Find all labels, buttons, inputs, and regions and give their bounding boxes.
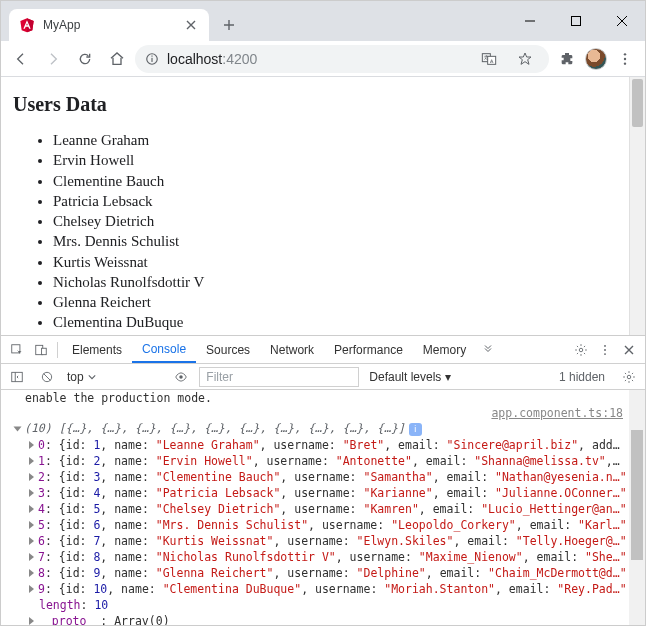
console-object-row[interactable]: 4: {id: 5, name: "Chelsey Dietrich", use… bbox=[1, 501, 645, 517]
list-item: Clementina DuBuque bbox=[53, 312, 633, 332]
console-object-row[interactable]: 2: {id: 3, name: "Clementine Bauch", use… bbox=[1, 469, 645, 485]
devtools-close-icon[interactable] bbox=[617, 338, 641, 362]
back-button[interactable] bbox=[7, 45, 35, 73]
list-item: Glenna Reichert bbox=[53, 292, 633, 312]
svg-point-21 bbox=[627, 375, 631, 379]
list-item: Kurtis Weissnat bbox=[53, 252, 633, 272]
list-item: Mrs. Dennis Schulist bbox=[53, 231, 633, 251]
page-viewport: Users Data Leanne GrahamErvin HowellClem… bbox=[1, 77, 645, 335]
console-array-summary[interactable]: (10) [{…}, {…}, {…}, {…}, {…}, {…}, {…},… bbox=[1, 420, 645, 437]
browser-tab[interactable]: MyApp bbox=[9, 9, 209, 41]
tab-strip: MyApp bbox=[1, 1, 507, 41]
svg-point-16 bbox=[604, 349, 606, 351]
list-item: Patricia Lebsack bbox=[53, 191, 633, 211]
console-object-row[interactable]: 1: {id: 2, name: "Ervin Howell", usernam… bbox=[1, 453, 645, 469]
console-object-row[interactable]: 3: {id: 4, name: "Patricia Lebsack", use… bbox=[1, 485, 645, 501]
tab-close-icon[interactable] bbox=[183, 17, 199, 33]
svg-rect-5 bbox=[151, 55, 152, 56]
angular-favicon bbox=[19, 17, 35, 33]
console-filter-input[interactable]: Filter bbox=[199, 367, 359, 387]
url-text: localhost:4200 bbox=[167, 51, 467, 67]
info-badge-icon: i bbox=[409, 423, 422, 436]
clear-console-icon[interactable] bbox=[35, 365, 59, 389]
console-object-row[interactable]: 9: {id: 10, name: "Clementina DuBuque", … bbox=[1, 581, 645, 597]
devtools-panel: ElementsConsoleSourcesNetworkPerformance… bbox=[1, 335, 645, 625]
console-object-row[interactable]: 7: {id: 8, name: "Nicholas Runolfsdottir… bbox=[1, 549, 645, 565]
browser-toolbar: localhost:4200 bbox=[1, 41, 645, 77]
console-object-row[interactable]: 6: {id: 7, name: "Kurtis Weissnat", user… bbox=[1, 533, 645, 549]
console-object-row[interactable]: 0: {id: 1, name: "Leanne Graham", userna… bbox=[1, 437, 645, 453]
console-settings-icon[interactable] bbox=[617, 365, 641, 389]
devtools-menu-icon[interactable] bbox=[593, 338, 617, 362]
console-length-row: length: 10 bbox=[1, 597, 645, 613]
devtools-tabbar: ElementsConsoleSourcesNetworkPerformance… bbox=[1, 336, 645, 364]
devtools-more-tabs-icon[interactable] bbox=[476, 338, 500, 362]
svg-rect-13 bbox=[42, 348, 47, 354]
window-maximize-button[interactable] bbox=[553, 6, 599, 36]
svg-point-10 bbox=[624, 62, 626, 64]
console-hidden-count[interactable]: 1 hidden bbox=[553, 370, 611, 384]
devtools-tab-performance[interactable]: Performance bbox=[324, 336, 413, 363]
list-item: Nicholas Runolfsdottir V bbox=[53, 272, 633, 292]
list-item: Ervin Howell bbox=[53, 150, 633, 170]
svg-point-20 bbox=[180, 375, 184, 379]
svg-point-9 bbox=[624, 57, 626, 59]
console-source-link[interactable]: app.component.ts:18 bbox=[1, 406, 645, 420]
profile-avatar[interactable] bbox=[585, 48, 607, 70]
page-scrollbar[interactable] bbox=[629, 77, 645, 335]
svg-rect-2 bbox=[572, 17, 581, 26]
reload-button[interactable] bbox=[71, 45, 99, 73]
bookmark-icon[interactable] bbox=[511, 45, 539, 73]
devtools-tab-sources[interactable]: Sources bbox=[196, 336, 260, 363]
tab-title: MyApp bbox=[43, 18, 175, 32]
inspect-element-icon[interactable] bbox=[5, 338, 29, 362]
window-close-button[interactable] bbox=[599, 6, 645, 36]
list-item: Chelsey Dietrich bbox=[53, 211, 633, 231]
live-expression-icon[interactable] bbox=[169, 365, 193, 389]
browser-titlebar: MyApp bbox=[1, 1, 645, 41]
console-output[interactable]: enable the production mode. app.componen… bbox=[1, 390, 645, 625]
svg-point-15 bbox=[604, 344, 606, 346]
new-tab-button[interactable] bbox=[215, 11, 243, 39]
devtools-tab-memory[interactable]: Memory bbox=[413, 336, 476, 363]
console-toolbar: top Filter Default levels ▾ 1 hidden bbox=[1, 364, 645, 390]
svg-point-14 bbox=[579, 348, 583, 352]
page-heading: Users Data bbox=[13, 93, 633, 116]
devtools-settings-icon[interactable] bbox=[569, 338, 593, 362]
svg-point-8 bbox=[624, 53, 626, 55]
device-toolbar-icon[interactable] bbox=[29, 338, 53, 362]
devtools-tab-elements[interactable]: Elements bbox=[62, 336, 132, 363]
svg-point-17 bbox=[604, 353, 606, 355]
list-item: Clementine Bauch bbox=[53, 171, 633, 191]
site-info-icon[interactable] bbox=[145, 52, 159, 66]
translate-icon[interactable] bbox=[475, 45, 503, 73]
forward-button[interactable] bbox=[39, 45, 67, 73]
browser-menu-icon[interactable] bbox=[611, 45, 639, 73]
extensions-icon[interactable] bbox=[553, 45, 581, 73]
console-levels-selector[interactable]: Default levels ▾ bbox=[365, 370, 485, 384]
devtools-tab-network[interactable]: Network bbox=[260, 336, 324, 363]
address-bar[interactable]: localhost:4200 bbox=[135, 45, 549, 73]
list-item: Leanne Graham bbox=[53, 130, 633, 150]
console-context-selector[interactable]: top bbox=[65, 370, 102, 384]
home-button[interactable] bbox=[103, 45, 131, 73]
console-object-row[interactable]: 8: {id: 9, name: "Glenna Reichert", user… bbox=[1, 565, 645, 581]
console-message: enable the production mode. bbox=[1, 390, 645, 406]
console-proto-row[interactable]: __proto__: Array(0) bbox=[1, 613, 645, 626]
svg-rect-4 bbox=[151, 57, 152, 61]
console-scrollbar[interactable] bbox=[629, 390, 645, 625]
console-object-row[interactable]: 5: {id: 6, name: "Mrs. Dennis Schulist",… bbox=[1, 517, 645, 533]
window-controls bbox=[507, 1, 645, 41]
window-minimize-button[interactable] bbox=[507, 6, 553, 36]
users-list: Leanne GrahamErvin HowellClementine Bauc… bbox=[13, 130, 633, 333]
console-sidebar-toggle-icon[interactable] bbox=[5, 365, 29, 389]
devtools-tab-console[interactable]: Console bbox=[132, 336, 196, 363]
